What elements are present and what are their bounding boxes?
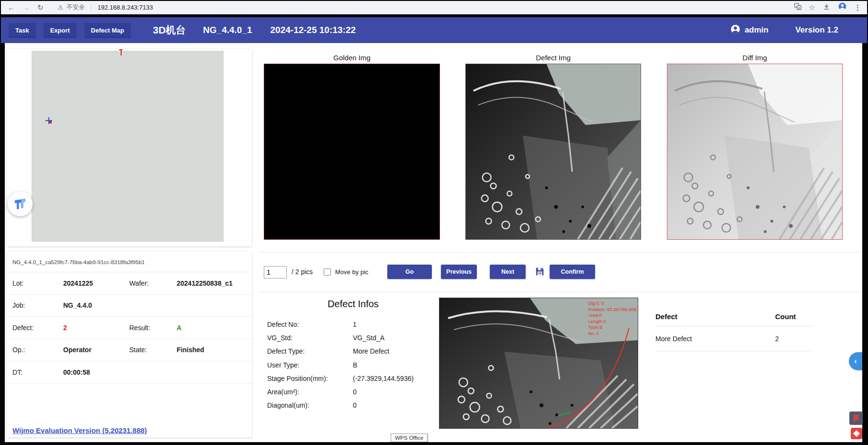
field-label: State:: [129, 346, 177, 354]
defect-img-label: Defect Img: [465, 54, 641, 63]
account-icon: [730, 24, 741, 37]
browser-toolbar: ← → ↻ ⚠ 不安全 192.168.8.243:7133 ☆: [1, 1, 867, 14]
wijmo-evaluation-link[interactable]: Wijmo Evaluation Version (5.20231.888): [12, 426, 147, 434]
navbar-buttons: TaskExportDefect Map: [1, 23, 131, 38]
next-button[interactable]: Next: [490, 265, 526, 279]
machine-title: 3D机台: [153, 23, 186, 37]
wafer-info-row: Op.:OperatorState:Finished: [7, 339, 252, 362]
bookmark-star-icon[interactable]: ☆: [809, 4, 815, 11]
refresh-icon[interactable]: ↻: [37, 4, 44, 11]
defect-info-row: Diagonal(um):0: [267, 399, 436, 412]
wps-docs-taskbar-icon[interactable]: [849, 412, 863, 425]
field-value: 00:00:58: [63, 368, 129, 376]
golden-image-viewer[interactable]: [264, 64, 440, 240]
previous-button[interactable]: Previous: [441, 265, 477, 279]
lot-title: NG_4.4.0_1: [203, 25, 252, 35]
wafer-info-card: NG_4.4.0_1_ca529fc7-76ba-4ab9-91cc-8318f…: [7, 252, 252, 437]
defect-info-label: VG_Std:: [267, 334, 353, 342]
back-icon[interactable]: ←: [8, 4, 15, 11]
field-value: Finished: [177, 346, 252, 354]
defect-info-row: Stage Position(mm):(-27.3929,144.5936): [267, 372, 436, 385]
wafer-map-card: [7, 49, 252, 246]
browser-menu-kebab-icon[interactable]: ⋮: [854, 4, 861, 11]
browser-profile-avatar[interactable]: [838, 2, 847, 13]
defect-count-cell: 2: [775, 335, 779, 343]
account-menu[interactable]: admin: [730, 24, 768, 37]
field-label: Job:: [12, 301, 63, 309]
defect-info-value: 1: [353, 321, 357, 328]
defect-preview-viewer[interactable]: Dig:0, 0Position:-53.267/55.509Area:0Len…: [439, 298, 638, 429]
go-button[interactable]: Go: [387, 265, 432, 279]
navbar-button-task[interactable]: Task: [9, 23, 36, 38]
divider: [259, 252, 862, 253]
field-label: Defect:: [12, 324, 63, 332]
field-value: 20241225: [63, 279, 129, 287]
defect-table-row: More Defect2: [655, 326, 814, 351]
chevron-left-icon: ‹: [854, 357, 857, 366]
translate-icon[interactable]: [794, 2, 802, 12]
defect-info-row: Defect No:1: [267, 318, 436, 331]
field-label: DT:: [12, 368, 63, 376]
defect-infos-title: Defect Infos: [267, 299, 439, 310]
field-label: Lot:: [12, 279, 63, 287]
defect-info-label: Defect No:: [267, 321, 353, 328]
field-value: 202412250838_c1: [177, 279, 252, 287]
defect-info-value: (-27.3929,144.5936): [353, 375, 414, 382]
count-header-cell: Count: [775, 312, 796, 321]
url-text[interactable]: 192.168.8.243:7133: [98, 4, 153, 11]
field-value: NG_4.4.0: [63, 301, 129, 309]
defect-count-table-body: More Defect2: [655, 326, 814, 351]
defect-info-rows: Defect No:1VG_Std:VG_Std_ADefect Type:Mo…: [267, 318, 436, 412]
divider: [91, 4, 91, 11]
version-label: Version 1.2: [795, 25, 838, 35]
wps-pinwheel-taskbar-icon[interactable]: [851, 428, 862, 439]
navbar-button-export[interactable]: Export: [44, 23, 77, 38]
defect-name-cell: More Defect: [655, 335, 775, 343]
defect-image-viewer[interactable]: [465, 64, 641, 240]
field-value: 2: [63, 324, 129, 332]
not-secure-label: 不安全: [67, 3, 85, 11]
page-number-input[interactable]: [264, 266, 287, 278]
diff-image-viewer[interactable]: [667, 64, 843, 240]
screen: ← → ↻ ⚠ 不安全 192.168.8.243:7133 ☆: [0, 0, 868, 445]
timestamp: 2024-12-25 10:13:22: [271, 25, 356, 35]
defect-info-row: Defect Type:More Defect: [267, 345, 436, 358]
floating-widget-logo[interactable]: [8, 191, 33, 216]
defect-info-label: Area(um²):: [267, 388, 353, 396]
not-secure-warning-icon: ⚠: [58, 4, 64, 11]
divider: [259, 292, 862, 292]
wafer-info-row: Job:NG_4.4.0: [7, 295, 252, 317]
wafer-map[interactable]: [32, 51, 224, 242]
wafer-info-row: Lot:20241225Wafer:202412250838_c1: [7, 272, 252, 295]
app-navbar: TaskExportDefect Map 3D机台 NG_4.4.0_1 202…: [1, 17, 867, 43]
defect-crosshair-marker: [45, 117, 52, 124]
download-icon[interactable]: [823, 2, 831, 12]
confirm-button[interactable]: Confirm: [550, 265, 595, 279]
wps-office-tooltip: WPS Office: [391, 434, 428, 442]
save-icon[interactable]: [534, 266, 545, 277]
defect-info-value: More Defect: [353, 347, 389, 355]
field-label: Op.:: [12, 346, 63, 354]
defect-info-label: Diagonal(um):: [267, 401, 353, 409]
move-by-pic-checkbox[interactable]: [324, 268, 331, 276]
forward-icon[interactable]: →: [23, 4, 30, 11]
golden-img-label: Golden Img: [264, 54, 440, 63]
wafer-info-row: DT:00:00:58: [7, 361, 252, 384]
navbar-button-defect-map[interactable]: Defect Map: [84, 23, 131, 38]
bookmark-glyph: [854, 415, 858, 422]
defect-info-row: Area(um²):0: [267, 385, 436, 399]
defect-info-value: 0: [353, 401, 357, 409]
wafer-id-text: NG_4.4.0_1_ca529fc7-76ba-4ab9-91cc-8318f…: [12, 259, 145, 265]
field-value: A: [177, 324, 252, 332]
defect-info-label: Stage Position(mm):: [267, 375, 353, 382]
diff-img-label: Diff Img: [667, 54, 843, 63]
defect-info-label: User Type:: [267, 361, 353, 369]
field-label: Result:: [129, 324, 177, 332]
defect-info-label: Defect Type:: [267, 347, 353, 355]
address-bar[interactable]: ⚠ 不安全 192.168.8.243:7133: [58, 3, 153, 11]
wafer-notch-marker: [121, 49, 122, 56]
field-value: Operator: [63, 346, 129, 354]
defect-info-value: B: [353, 361, 357, 369]
defect-header-cell: Defect: [655, 312, 775, 321]
defect-info-row: VG_Std:VG_Std_A: [267, 331, 436, 345]
